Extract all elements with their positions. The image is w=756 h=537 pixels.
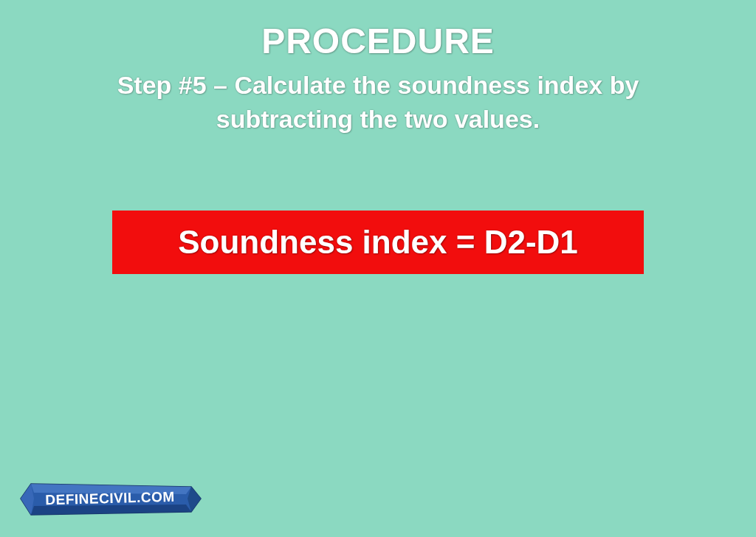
logo: DEFINECIVIL.COM [18, 478, 202, 519]
slide-subtitle: Step #5 – Calculate the soundness index … [0, 61, 756, 137]
logo-text: DEFINECIVIL.COM [45, 489, 175, 509]
formula-box: Soundness index = D2-D1 [112, 211, 644, 274]
formula-text: Soundness index = D2-D1 [178, 224, 578, 260]
slide-title: PROCEDURE [0, 0, 756, 61]
